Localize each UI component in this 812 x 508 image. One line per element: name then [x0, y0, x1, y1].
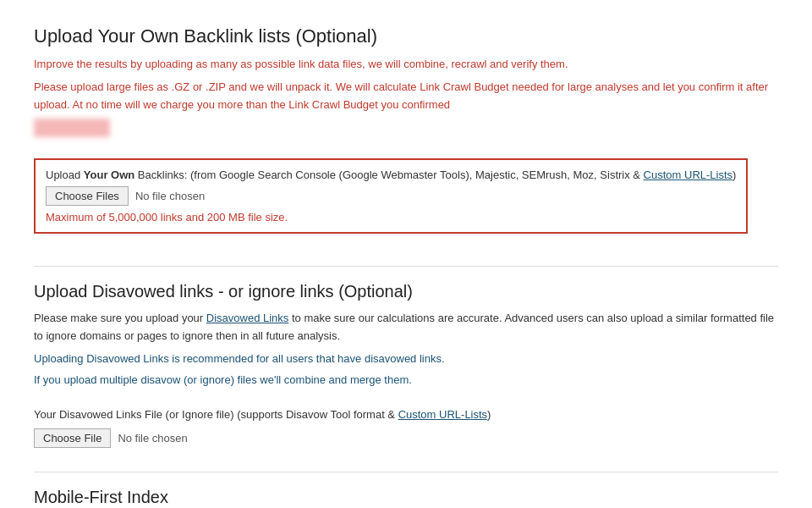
blurred-placeholder: [34, 119, 110, 137]
disavow-file-label: Your Disavowed Links File (or Ignore fil…: [34, 406, 778, 424]
file-label-link-close: ): [487, 408, 491, 421]
section-divider-1: [34, 266, 778, 267]
choose-files-button[interactable]: Choose Files: [46, 186, 129, 206]
section1-info1: Improve the results by uploading as many…: [34, 56, 778, 74]
label-prefix: Upload: [46, 168, 84, 181]
disavowed-links-link[interactable]: Disavowed Links: [206, 312, 289, 324]
section2-title: Upload Disavowed links - or ignore links…: [34, 282, 778, 301]
section1-title: Upload Your Own Backlink lists (Optional…: [34, 25, 778, 47]
disavow-upload-section: Upload Disavowed links - or ignore links…: [34, 282, 778, 448]
label-sources: (from Google Search Console (Google Webm…: [187, 168, 643, 181]
disavow-blue-line1: Uploading Disavowed Links is recommended…: [34, 351, 778, 368]
file-label-pre: Your Disavowed Links File (or Ignore fil…: [34, 408, 237, 421]
choose-file-button[interactable]: Choose File: [34, 428, 111, 448]
custom-url-lists-link1[interactable]: Custom URL-Lists: [644, 168, 732, 181]
backlink-upload-box: Upload Your Own Backlinks: (from Google …: [34, 158, 748, 234]
choose-file-row: Choose File No file chosen: [34, 428, 778, 448]
desc-pre: Please make sure you upload your: [34, 312, 206, 324]
custom-url-lists-link2[interactable]: Custom URL-Lists: [398, 408, 487, 421]
disavow-blue-line2: If you upload multiple disavow (or ignor…: [34, 372, 778, 389]
backlink-upload-label: Upload Your Own Backlinks: (from Google …: [46, 168, 736, 181]
label-suffix: Backlinks:: [134, 168, 187, 181]
label-link-close: ): [732, 168, 736, 181]
section3-title: Mobile-First Index: [34, 488, 778, 507]
no-file-chosen-text1: No file chosen: [135, 190, 205, 202]
no-file-chosen-text2: No file chosen: [118, 432, 187, 444]
choose-files-row: Choose Files No file chosen: [46, 186, 736, 206]
section2-desc: Please make sure you upload your Disavow…: [34, 310, 778, 345]
label-bold: Your Own: [84, 168, 134, 181]
section-divider-2: [34, 472, 778, 472]
file-label-link-text: (supports Disavow Tool format &: [237, 408, 398, 421]
mobile-first-section: Mobile-First Index Enable Mobile-First I…: [34, 488, 778, 508]
max-size-text: Maximum of 5,000,000 links and 200 MB fi…: [46, 211, 736, 224]
backlink-upload-section: Upload Your Own Backlink lists (Optional…: [34, 25, 778, 242]
section1-info2: Please upload large files as .GZ or .ZIP…: [34, 79, 778, 114]
